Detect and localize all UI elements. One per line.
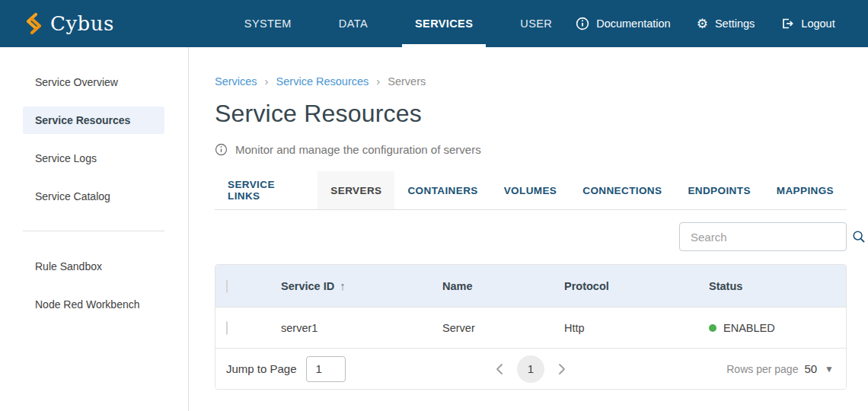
select-all-checkbox[interactable] <box>226 279 228 293</box>
settings-button[interactable]: ⚙ Settings <box>697 18 755 30</box>
sidebar-item-node-red-workbench[interactable]: Node Red Workbench <box>23 291 164 318</box>
sidebar-item-service-logs[interactable]: Service Logs <box>23 145 164 172</box>
sidebar-item-rule-sandbox[interactable]: Rule Sandbox <box>23 253 164 280</box>
documentation-label: Documentation <box>596 18 671 30</box>
breadcrumb: Services › Service Resources › Servers <box>215 75 847 88</box>
main-content: Services › Service Resources › Servers S… <box>189 47 868 411</box>
documentation-button[interactable]: Documentation <box>576 17 671 30</box>
tab-endpoints[interactable]: ENDPOINTS <box>675 171 763 209</box>
jump-to-page: Jump to Page <box>226 356 346 382</box>
tab-mappings[interactable]: MAPPINGS <box>764 171 847 209</box>
gear-icon: ⚙ <box>697 18 708 30</box>
servers-table: Service ID ↑ Name Protocol Status server… <box>215 264 847 390</box>
nav-item-data[interactable]: DATA <box>315 0 391 47</box>
sidebar-item-service-catalog[interactable]: Service Catalog <box>23 183 164 210</box>
page-title: Service Resources <box>215 100 847 128</box>
sort-ascending-icon[interactable]: ↑ <box>340 279 346 292</box>
nav-item-services[interactable]: SERVICES <box>391 0 496 47</box>
current-page-button[interactable]: 1 <box>517 355 544 383</box>
breadcrumb-current-servers: Servers <box>388 75 426 88</box>
sidebar-item-service-resources[interactable]: Service Resources <box>23 107 164 134</box>
logout-label: Logout <box>801 18 834 30</box>
tab-connections[interactable]: CONNECTIONS <box>570 171 675 209</box>
settings-label: Settings <box>715 18 755 30</box>
cell-protocol: Http <box>543 322 688 334</box>
search-icon[interactable] <box>842 230 868 244</box>
jump-to-page-label: Jump to Page <box>226 362 297 375</box>
column-header-protocol[interactable]: Protocol <box>543 280 688 292</box>
page-subtitle: Monitor and manage the configuration of … <box>215 143 847 156</box>
cell-status: ENABLED <box>688 322 846 334</box>
column-header-status[interactable]: Status <box>688 280 846 292</box>
resource-tabs: SERVICE LINKS SERVERS CONTAINERS VOLUMES… <box>215 171 847 210</box>
brand-wordmark: Cybus <box>50 12 114 35</box>
sidebar-divider <box>23 231 164 231</box>
pager: 1 <box>491 355 570 383</box>
cybus-logo-icon <box>24 11 43 36</box>
next-page-chevron-icon[interactable] <box>554 358 570 380</box>
search-input[interactable] <box>680 231 842 244</box>
tab-service-links[interactable]: SERVICE LINKS <box>215 171 318 209</box>
status-enabled-dot-icon <box>709 324 716 332</box>
sidebar: Service Overview Service Resources Servi… <box>0 47 189 411</box>
column-header-name[interactable]: Name <box>421 280 543 292</box>
rows-per-page-label: Rows per page <box>726 363 798 375</box>
cell-service-id: server1 <box>260 322 421 334</box>
tab-containers[interactable]: CONTAINERS <box>394 171 490 209</box>
logout-button[interactable]: Logout <box>780 17 834 30</box>
search-row <box>215 222 847 251</box>
dropdown-caret-icon[interactable]: ▼ <box>825 364 834 374</box>
row-checkbox-cell <box>215 322 260 334</box>
top-navbar: Cybus SYSTEM DATA SERVICES USER Document… <box>0 0 868 47</box>
row-checkbox[interactable] <box>226 321 228 335</box>
info-icon <box>215 143 228 156</box>
page-subtitle-text: Monitor and manage the configuration of … <box>235 143 481 156</box>
column-header-service-id[interactable]: Service ID ↑ <box>260 279 421 292</box>
previous-page-chevron-icon[interactable] <box>491 358 508 380</box>
status-badge: ENABLED <box>723 322 775 334</box>
sidebar-item-service-overview[interactable]: Service Overview <box>23 68 164 96</box>
brand-logo[interactable]: Cybus <box>24 11 114 36</box>
chevron-right-icon: › <box>265 75 269 88</box>
cell-name: Server <box>421 322 543 334</box>
search-box <box>679 222 847 251</box>
app-shell: Service Overview Service Resources Servi… <box>0 47 868 411</box>
logout-icon <box>780 17 794 30</box>
jump-to-page-input[interactable] <box>306 356 346 382</box>
table-header-row: Service ID ↑ Name Protocol Status <box>215 265 846 307</box>
tab-volumes[interactable]: VOLUMES <box>491 171 570 209</box>
info-icon <box>576 17 589 30</box>
breadcrumb-link-service-resources[interactable]: Service Resources <box>276 75 369 88</box>
main-nav: SYSTEM DATA SERVICES USER <box>221 0 576 47</box>
nav-item-system[interactable]: SYSTEM <box>221 0 315 47</box>
nav-actions: Documentation ⚙ Settings Logout <box>576 17 835 30</box>
nav-item-user[interactable]: USER <box>496 0 576 47</box>
tab-servers[interactable]: SERVERS <box>318 171 394 209</box>
table-row-server1[interactable]: server1 Server Http ENABLED <box>215 307 846 348</box>
chevron-right-icon: › <box>376 75 380 88</box>
breadcrumb-link-services[interactable]: Services <box>215 75 257 88</box>
table-pagination: Jump to Page 1 <box>215 348 846 389</box>
rows-per-page-value: 50 <box>804 362 817 375</box>
header-checkbox-cell <box>215 280 260 292</box>
rows-per-page-control[interactable]: Rows per page 50 ▼ <box>726 362 834 375</box>
